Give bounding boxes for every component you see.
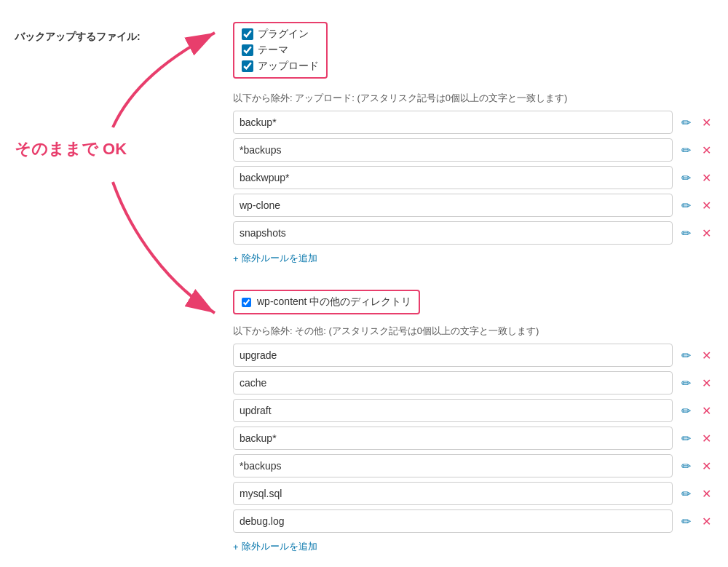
table-row: ✏ ✕ — [233, 482, 713, 505]
edit-icon[interactable]: ✏ — [678, 404, 693, 418]
plus-icon: + — [233, 253, 239, 264]
upload-rule-input-4[interactable] — [233, 221, 673, 245]
upload-checkbox[interactable] — [242, 60, 253, 72]
other-rule-input-5[interactable] — [233, 482, 673, 505]
other-section-title: 以下から除外: その他: (アスタリスク記号は0個以上の文字と一致します) — [233, 325, 713, 338]
upload-label: アップロード — [258, 60, 319, 73]
add-upload-rule-button[interactable]: + 除外ルールを追加 — [233, 249, 317, 268]
plus-icon-2: + — [233, 542, 239, 552]
files-checkbox-group: プラグイン テーマ アップロード — [233, 22, 328, 79]
delete-icon[interactable]: ✕ — [699, 199, 713, 213]
table-row: ✏ ✕ — [233, 427, 713, 450]
arrow-up-icon — [113, 33, 215, 127]
add-upload-rule-label: 除外ルールを追加 — [242, 252, 317, 265]
delete-icon[interactable]: ✕ — [699, 432, 713, 445]
edit-icon[interactable]: ✏ — [678, 143, 693, 157]
edit-icon[interactable]: ✏ — [678, 349, 693, 362]
edit-icon[interactable]: ✏ — [678, 515, 693, 528]
plugin-label: プラグイン — [258, 28, 309, 41]
edit-icon[interactable]: ✏ — [678, 116, 693, 130]
other-rule-input-2[interactable] — [233, 399, 673, 422]
upload-rule-input-1[interactable] — [233, 138, 673, 162]
edit-icon[interactable]: ✏ — [678, 432, 693, 445]
table-row: ✏ ✕ — [233, 344, 713, 367]
delete-icon[interactable]: ✕ — [699, 171, 713, 185]
wp-content-checkbox[interactable] — [242, 298, 251, 307]
theme-label: テーマ — [258, 44, 288, 57]
edit-icon[interactable]: ✏ — [678, 459, 693, 473]
upload-rules-list: ✏ ✕ ✏ ✕ ✏ ✕ ✏ ✕ ✏ ✕ — [233, 111, 713, 245]
table-row: ✏ ✕ — [233, 138, 713, 162]
other-rules-list: ✏ ✕ ✏ ✕ ✏ ✕ ✏ ✕ ✏ ✕ ✏ ✕ ✏ ✕ — [233, 344, 713, 533]
delete-icon[interactable]: ✕ — [699, 376, 713, 390]
delete-icon[interactable]: ✕ — [699, 349, 713, 362]
upload-checkbox-item[interactable]: アップロード — [242, 60, 319, 73]
upload-rule-input-2[interactable] — [233, 166, 673, 189]
other-section: 以下から除外: その他: (アスタリスク記号は0個以上の文字と一致します) ✏ … — [233, 325, 713, 556]
delete-icon[interactable]: ✕ — [699, 226, 713, 240]
table-row: ✏ ✕ — [233, 399, 713, 422]
edit-icon[interactable]: ✏ — [678, 376, 693, 390]
table-row: ✏ ✕ — [233, 509, 713, 533]
delete-icon[interactable]: ✕ — [699, 116, 713, 130]
arrow-down-icon — [113, 182, 215, 313]
theme-checkbox[interactable] — [242, 44, 253, 56]
other-rule-input-0[interactable] — [233, 344, 673, 367]
table-row: ✏ ✕ — [233, 194, 713, 217]
add-other-rule-button[interactable]: + 除外ルールを追加 — [233, 537, 317, 556]
delete-icon[interactable]: ✕ — [699, 459, 713, 473]
plugin-checkbox-item[interactable]: プラグイン — [242, 28, 319, 41]
edit-icon[interactable]: ✏ — [678, 487, 693, 501]
ok-text: そのままで OK — [15, 138, 127, 160]
edit-icon[interactable]: ✏ — [678, 171, 693, 185]
other-rule-input-4[interactable] — [233, 454, 673, 477]
table-row: ✏ ✕ — [233, 221, 713, 245]
upload-rule-input-0[interactable] — [233, 111, 673, 134]
theme-checkbox-item[interactable]: テーマ — [242, 44, 319, 57]
plugin-checkbox[interactable] — [242, 28, 253, 40]
other-rule-input-3[interactable] — [233, 427, 673, 450]
add-other-rule-label: 除外ルールを追加 — [242, 540, 317, 553]
other-rule-input-1[interactable] — [233, 371, 673, 394]
upload-section-title: 以下から除外: アップロード: (アスタリスク記号は0個以上の文字と一致します) — [233, 92, 713, 105]
delete-icon[interactable]: ✕ — [699, 515, 713, 528]
backup-label: バックアップするファイル: — [15, 31, 211, 44]
upload-section: 以下から除外: アップロード: (アスタリスク記号は0個以上の文字と一致します)… — [233, 92, 713, 268]
table-row: ✏ ✕ — [233, 371, 713, 394]
table-row: ✏ ✕ — [233, 166, 713, 189]
table-row: ✏ ✕ — [233, 454, 713, 477]
delete-icon[interactable]: ✕ — [699, 143, 713, 157]
other-rule-input-6[interactable] — [233, 509, 673, 533]
table-row: ✏ ✕ — [233, 111, 713, 134]
delete-icon[interactable]: ✕ — [699, 404, 713, 418]
wp-content-checkbox-group[interactable]: wp-content 中の他のディレクトリ — [233, 290, 420, 314]
delete-icon[interactable]: ✕ — [699, 487, 713, 501]
edit-icon[interactable]: ✏ — [678, 226, 693, 240]
wp-content-label: wp-content 中の他のディレクトリ — [257, 296, 411, 309]
upload-rule-input-3[interactable] — [233, 194, 673, 217]
edit-icon[interactable]: ✏ — [678, 199, 693, 213]
